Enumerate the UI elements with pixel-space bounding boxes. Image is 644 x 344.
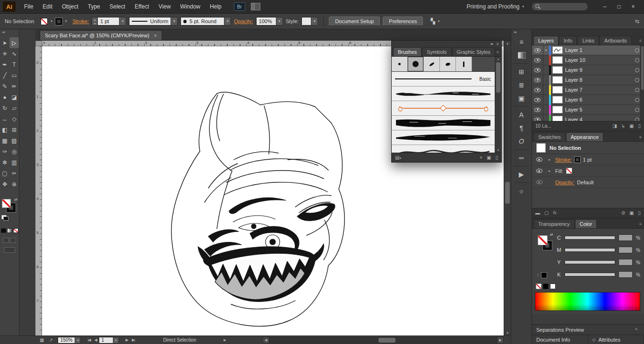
menu-file[interactable]: File xyxy=(19,0,38,14)
close-button[interactable]: × xyxy=(626,2,640,11)
layer-row-layer-4[interactable]: Layer 4 xyxy=(532,115,644,121)
collapse-tools-icon[interactable]: ◂◂ xyxy=(0,29,19,35)
black-swatch[interactable] xyxy=(543,284,549,289)
vertical-scroll-thumb[interactable] xyxy=(505,182,510,204)
paragraph-icon[interactable]: ¶ xyxy=(511,121,532,135)
panel-menu-icon[interactable]: ≡ xyxy=(639,38,644,45)
search-input[interactable] xyxy=(542,4,585,9)
style-combo[interactable]: ▾ xyxy=(301,17,318,26)
rectangle-tool[interactable]: ▭ xyxy=(9,70,19,81)
layer-thumbnail[interactable] xyxy=(552,56,563,64)
clear-appearance-icon[interactable]: ⊘ xyxy=(621,210,625,215)
previous-artboard-button[interactable]: ◀ xyxy=(94,338,97,342)
opentype-icon[interactable]: O xyxy=(511,135,532,148)
default-fill-stroke-icon[interactable] xyxy=(1,215,7,219)
horizontal-scrollbar[interactable]: ◀ ▶ xyxy=(263,336,504,344)
scroll-up-icon[interactable]: ▲ xyxy=(504,42,511,45)
opacity-attr-link[interactable]: Opacity: xyxy=(555,180,574,185)
tab-transparency[interactable]: Transparency xyxy=(533,219,575,228)
panel-menu-icon[interactable]: ≡ xyxy=(497,50,501,56)
close-tab-icon[interactable]: × xyxy=(154,33,157,38)
close-panel-icon[interactable]: × xyxy=(496,42,499,47)
calligraphic-bar[interactable] xyxy=(456,57,472,71)
opacity-combo[interactable]: 100% ▾ xyxy=(256,17,283,26)
chevron-down-icon[interactable]: ▾ xyxy=(51,19,52,23)
stroke-attr-link[interactable]: Stroke: xyxy=(555,157,572,163)
bridge-button[interactable]: Br xyxy=(234,2,245,11)
layer-row-layer-6[interactable]: Layer 6 xyxy=(532,95,644,105)
menu-type[interactable]: Type xyxy=(83,0,105,14)
eye-icon[interactable] xyxy=(534,88,541,92)
delete-brush-icon[interactable]: ▯ xyxy=(495,155,498,160)
stroke-weight-combo[interactable]: ▴▾ 1 pt ▾ xyxy=(92,17,126,26)
scale-tool[interactable]: ▱ xyxy=(9,103,19,113)
align-icon[interactable]: ≣ xyxy=(511,78,532,92)
horizontal-scroll-thumb[interactable] xyxy=(378,338,395,343)
appearance-fill-row[interactable]: ▸ Fill: xyxy=(532,165,644,177)
brushes-titlebar[interactable]: ◂◂ × xyxy=(392,41,501,47)
layer-row-layer-9[interactable]: Layer 9 xyxy=(532,65,644,75)
lasso-tool[interactable]: ∿ xyxy=(9,48,19,59)
eyedropper-tool[interactable]: ✑ xyxy=(0,146,9,157)
export-icon[interactable]: ↗ xyxy=(49,337,52,343)
zoom-tool[interactable]: ⊕ xyxy=(9,179,19,189)
calligraphic-slash[interactable] xyxy=(424,57,440,71)
opacity-dropdown[interactable]: ▾ xyxy=(276,17,283,26)
vertical-scrollbar[interactable]: ▲ ▼ xyxy=(504,41,511,335)
first-artboard-button[interactable]: |◀ xyxy=(87,338,90,342)
layer-thumbnail[interactable] xyxy=(552,66,563,74)
zoom-combo[interactable]: 150% ▾ xyxy=(58,337,81,344)
channel-slider[interactable] xyxy=(565,248,615,252)
layer-target-icon[interactable] xyxy=(635,88,639,92)
width-profile-field[interactable]: Uniform xyxy=(129,17,171,26)
document-setup-button[interactable]: Document Setup xyxy=(329,17,380,26)
ruler-origin-corner[interactable] xyxy=(35,41,42,46)
menu-window[interactable]: Window xyxy=(175,0,205,14)
tab-color[interactable]: Color xyxy=(575,219,597,228)
layer-row-layer-8[interactable]: Layer 8 xyxy=(532,75,644,85)
brushes-scroll-thumb[interactable] xyxy=(496,62,500,93)
fill-proxy[interactable] xyxy=(2,199,11,208)
visibility-cell[interactable] xyxy=(532,105,543,114)
layer-target-icon[interactable] xyxy=(635,68,639,72)
expand-row-icon[interactable]: ▸ xyxy=(547,158,552,162)
brush-row-scribble[interactable] xyxy=(392,145,495,153)
blob-brush-tool[interactable]: ● xyxy=(0,92,9,103)
tab-info[interactable]: Info xyxy=(559,36,577,45)
new-sublayer-icon[interactable]: ↳ xyxy=(621,123,625,129)
horizontal-scroll-track[interactable] xyxy=(269,337,497,344)
menu-edit[interactable]: Edit xyxy=(38,0,57,14)
menu-object[interactable]: Object xyxy=(57,0,83,14)
pencil-tool[interactable]: ✏ xyxy=(9,81,19,92)
layer-target-icon[interactable] xyxy=(635,58,639,62)
visibility-cell[interactable] xyxy=(532,95,543,104)
new-layer-icon[interactable]: ▣ xyxy=(629,123,634,129)
channel-slider[interactable] xyxy=(565,236,615,240)
chevron-down-icon[interactable]: ▾ xyxy=(438,19,440,23)
tab-symbols[interactable]: Symbols xyxy=(422,47,451,56)
paintbrush-tool[interactable]: ✎ xyxy=(0,81,9,92)
eye-icon[interactable] xyxy=(534,78,541,82)
layer-row-layer-10[interactable]: Layer 10 xyxy=(532,55,644,65)
tab-artboards[interactable]: Artboards xyxy=(600,36,632,45)
duplicate-item-icon[interactable]: ▣ xyxy=(629,210,634,215)
brush-row-basic[interactable]: Basic xyxy=(392,72,495,86)
visibility-cell[interactable] xyxy=(532,45,543,55)
layer-thumbnail[interactable] xyxy=(552,86,563,94)
tab-layers[interactable]: Layers xyxy=(533,36,558,45)
color-fill-proxy[interactable] xyxy=(538,235,548,245)
expand-row-icon[interactable]: ▸ xyxy=(547,169,552,173)
hamburger-icon[interactable]: ≡ xyxy=(511,35,532,49)
blend-tool[interactable]: ◎ xyxy=(9,146,19,157)
swap-fill-stroke-icon[interactable]: ⇄ xyxy=(14,198,17,202)
visibility-cell[interactable] xyxy=(532,115,543,121)
tab-graphic-styles[interactable]: Graphic Styles xyxy=(452,47,496,56)
new-stroke-icon[interactable]: ▬ xyxy=(535,210,540,215)
gradient-tool[interactable]: ▨ xyxy=(9,135,19,146)
brush-row-dry-brush[interactable] xyxy=(392,130,495,145)
symbol-sprayer-tool[interactable]: ✻ xyxy=(0,157,9,168)
width-profile-combo[interactable]: Uniform ▾ xyxy=(129,17,178,26)
free-transform-tool[interactable]: ◇ xyxy=(9,113,19,124)
last-color-icon[interactable]: ↑ xyxy=(537,273,539,278)
scroll-left-icon[interactable]: ◀ xyxy=(263,337,269,344)
